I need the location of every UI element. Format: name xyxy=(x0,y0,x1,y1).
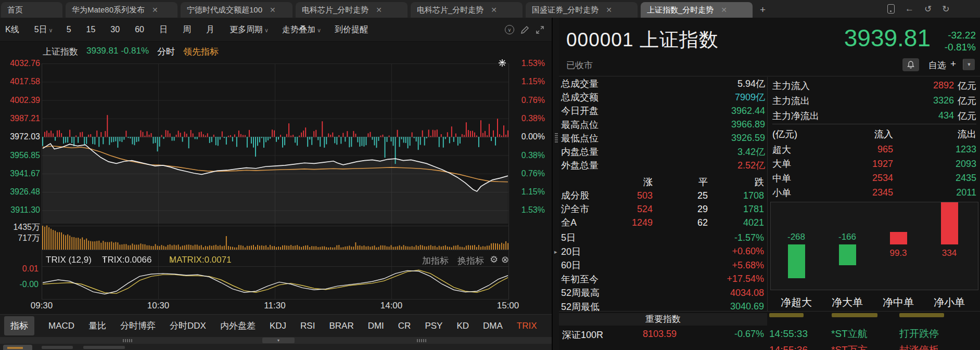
symbol-title: 000001 上证指数 xyxy=(566,27,719,53)
back-arrow-icon[interactable]: ← xyxy=(905,4,914,14)
stat-label: 最高点位 xyxy=(561,119,599,131)
scrollbar-grip[interactable] xyxy=(123,339,132,342)
chart-price: 3939.81 -0.81% xyxy=(86,46,149,57)
page-tab[interactable]: 国盛证券_分时走势 ✕ xyxy=(526,2,638,18)
history-icon[interactable]: ↻ xyxy=(942,4,949,15)
page-tab[interactable]: 宁德时代成交额超100 ✕ xyxy=(181,2,292,18)
ticker-stock-name: *ST万方 xyxy=(831,343,899,350)
important-index-header[interactable]: 重要指数 xyxy=(559,313,767,326)
indicator-tab[interactable]: RSI xyxy=(300,321,315,331)
tab-close-icon[interactable]: ✕ xyxy=(491,6,497,14)
toolbar-item[interactable]: 5 xyxy=(67,25,73,34)
tab-close-icon[interactable]: ✕ xyxy=(270,6,276,14)
indicator-tab[interactable]: 内外盘差 xyxy=(220,320,256,332)
ticker-row[interactable]: 14:55:36 *ST万方 封涨停板 xyxy=(769,342,978,350)
down-count: 1708 xyxy=(708,190,764,201)
toolbar-item[interactable]: 30 xyxy=(110,25,121,34)
toolbar-item[interactable]: 周 xyxy=(183,24,193,35)
splitter-collapse-icon[interactable]: ▸ xyxy=(554,249,557,255)
pencil-icon[interactable] xyxy=(520,25,529,34)
tab-close-icon[interactable]: ✕ xyxy=(152,6,158,14)
tab-close-icon[interactable]: ✕ xyxy=(721,6,727,14)
net-flow-category: 净小单 xyxy=(928,295,970,309)
toolbar-item[interactable]: 60 xyxy=(135,25,146,34)
main-flow-row: 主力净流出 434 亿元 xyxy=(772,108,976,123)
toolbar-item[interactable]: 到价提醒 xyxy=(335,24,370,35)
toolbar-item[interactable]: 5日∨ xyxy=(34,24,53,35)
collapse-button[interactable]: ▼ xyxy=(262,338,295,343)
trend-label: 20日 xyxy=(561,245,581,258)
trend-rows: 5日 -1.57% 20日 +0.60% 60日 +5.68% 年初至今 +17… xyxy=(561,231,764,314)
flow-table-row: 超大 965 1233 xyxy=(772,142,976,157)
indicator-tab[interactable]: DMI xyxy=(368,321,384,331)
toolbar-item[interactable]: 日 xyxy=(159,24,169,35)
toolbar-item[interactable]: 更多周期∨ xyxy=(230,24,269,35)
advancers-row: 全A 1249 62 4021 xyxy=(561,216,765,229)
indicator-tab[interactable]: KD xyxy=(456,321,469,331)
scrollbar-grip[interactable] xyxy=(417,339,426,342)
splitter-grip[interactable] xyxy=(555,133,558,142)
add-indicator-button[interactable]: 加指标 xyxy=(422,255,449,267)
toolbar-icon-group: ∨ xyxy=(505,18,544,42)
stat-value: 3.42亿 xyxy=(737,146,765,158)
percent-axis-label: 1.53% xyxy=(513,205,545,215)
watchlist-button[interactable]: 自选 xyxy=(928,59,946,71)
price-axis-label: 4032.76 xyxy=(0,59,40,68)
inflow-value: 2345 xyxy=(819,187,893,198)
ticker-action: 打开跌停 xyxy=(899,327,978,341)
horizontal-scrollbar[interactable]: ▼ xyxy=(0,337,552,344)
toolbar-item[interactable]: 15 xyxy=(86,25,97,34)
swap-indicator-button[interactable]: 换指标 xyxy=(457,255,484,267)
indicator-tab[interactable]: KDJ xyxy=(270,321,286,331)
toolbar-item-label: 30 xyxy=(110,25,120,34)
flow-value: 434 xyxy=(938,110,954,121)
expand-icon[interactable] xyxy=(536,25,544,34)
indicator-tab[interactable]: 分时DDX xyxy=(170,320,206,332)
toolbar-item[interactable]: K线 xyxy=(5,24,21,35)
tab-close-icon[interactable]: ✕ xyxy=(606,6,612,14)
percent-axis-label: 1.15% xyxy=(513,77,545,86)
toolbar-item[interactable]: 月 xyxy=(206,24,216,35)
page-tab[interactable]: 上证指数_分时走势 ✕ xyxy=(641,2,753,18)
important-index-row[interactable]: 深证100R 8103.59 -0.67% xyxy=(562,329,764,342)
toolbar-item-label: K线 xyxy=(5,25,19,34)
indicator-tab[interactable]: CR xyxy=(398,321,411,331)
market-scope-label: 成分股 xyxy=(561,189,609,202)
indicator-tab[interactable]: 分时博弈 xyxy=(120,320,156,332)
gear-icon[interactable]: ⚙ xyxy=(490,254,498,265)
close-indicator-icon[interactable]: ⊗ xyxy=(501,254,509,265)
indicator-tab[interactable]: DMA xyxy=(483,321,503,331)
leading-indicator-label[interactable]: 领先指标 xyxy=(183,46,219,57)
indicator-tab[interactable]: 指标 xyxy=(4,316,34,335)
chart-mode-label[interactable]: 分时 xyxy=(157,46,175,57)
panel-splitter[interactable]: ▸ xyxy=(552,18,559,350)
page-tab[interactable]: 电科芯片_分时走势 ✕ xyxy=(411,2,523,18)
page-tab[interactable]: 华为Mate80系列发布 ✕ xyxy=(66,2,177,18)
tab-close-icon[interactable]: ✕ xyxy=(376,6,382,14)
page-tab[interactable]: 电科芯片_分时走势 ✕ xyxy=(296,2,408,18)
indicator-tab[interactable]: 量比 xyxy=(88,320,106,332)
alert-bell-button[interactable] xyxy=(902,58,919,71)
ticker-row[interactable]: 14:55:33 *ST立航 打开跌停 xyxy=(769,326,978,342)
circle-chevron-icon[interactable]: ∨ xyxy=(505,25,514,34)
indicator-tab[interactable]: MACD xyxy=(48,321,74,331)
price-axis-label: 3956.85 xyxy=(0,151,40,160)
indicator-tab[interactable]: BRAR xyxy=(329,321,353,331)
price-axis-label: 3941.67 xyxy=(0,169,40,178)
tab-label: 华为Mate80系列发布 xyxy=(72,5,145,15)
new-tab-button[interactable]: + xyxy=(760,4,766,16)
percent-axis-label: 1.53% xyxy=(513,59,545,68)
tab-label: 首页 xyxy=(7,5,23,15)
toolbar-item[interactable]: 走势叠加∨ xyxy=(282,24,321,35)
page-tab[interactable]: 首页 xyxy=(1,2,62,18)
stock-app-window: 首页 华为Mate80系列发布 ✕ 宁德时代成交额超100 ✕ 电科芯片_分时走… xyxy=(0,0,980,350)
indicator-tab[interactable]: TRIX xyxy=(517,321,537,331)
percent-axis-label: 1.15% xyxy=(513,187,545,197)
last-price: 3939.81 xyxy=(844,24,931,52)
watchlist-add-icon[interactable]: + xyxy=(950,58,956,70)
indicator-tab[interactable]: PSY xyxy=(425,321,442,331)
price-axis-label: 3972.03 xyxy=(0,132,40,141)
watchlist-dropdown-button[interactable]: ▼ xyxy=(963,59,975,70)
panel-icon[interactable] xyxy=(887,4,895,14)
undo-icon[interactable]: ↺ xyxy=(924,4,932,15)
